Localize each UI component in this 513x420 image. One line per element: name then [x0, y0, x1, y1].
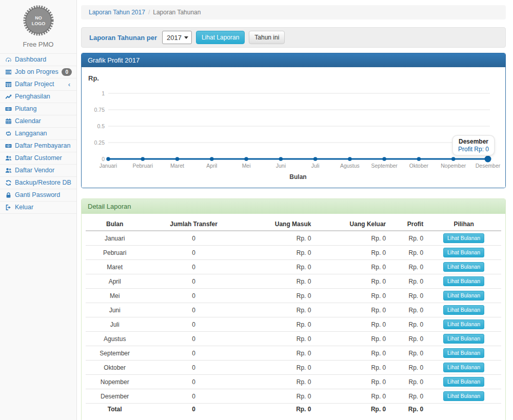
cell-uang-masuk: Rp. 0	[244, 274, 314, 289]
cell-jumlah-transfer: 0	[144, 260, 243, 274]
cell-uang-keluar: Rp. 0	[314, 274, 389, 289]
refresh-icon	[5, 179, 12, 187]
sidebar-item-piutang[interactable]: Piutang	[0, 103, 76, 115]
cell-uang-masuk: Rp. 0	[244, 332, 314, 346]
cell-pilihan: Lihat Bulanan	[426, 389, 501, 404]
lihat-bulanan-button[interactable]: Lihat Bulanan	[443, 319, 484, 329]
cell-uang-masuk: Rp. 0	[244, 289, 314, 303]
cell-uang-keluar: Rp. 0	[314, 289, 389, 303]
cell-jumlah-transfer: 0	[144, 246, 243, 260]
cell-uang-keluar: Rp. 0	[314, 332, 389, 346]
svg-text:April: April	[206, 163, 217, 169]
table-row: Mei0Rp. 0Rp. 0Rp. 0Lihat Bulanan	[86, 289, 501, 303]
sidebar-item-ganti-password[interactable]: Ganti Password	[0, 189, 76, 201]
lihat-bulanan-button[interactable]: Lihat Bulanan	[443, 276, 484, 286]
chart-body: Rp.00.250.50.751JanuariPebruariMaretApri…	[82, 67, 505, 188]
sidebar-item-dashboard[interactable]: Dashboard	[0, 54, 76, 66]
sidebar-item-daftar-pembayaran[interactable]: Daftar Pembayaran	[0, 140, 76, 152]
detail-panel-title: Detail Laporan	[82, 199, 505, 214]
svg-text:Bulan: Bulan	[289, 173, 306, 181]
sidebar-item-job-on-progress[interactable]: Job on Progress0	[0, 66, 76, 78]
sidebar-item-label: Dashboard	[15, 56, 72, 64]
cell-uang-keluar: Rp. 0	[314, 389, 389, 404]
lihat-bulanan-button[interactable]: Lihat Bulanan	[443, 363, 484, 372]
lihat-bulanan-button[interactable]: Lihat Bulanan	[443, 248, 484, 257]
lihat-bulanan-button[interactable]: Lihat Bulanan	[443, 233, 484, 243]
table-header-row: Bulan Jumlah Transfer Uang Masuk Uang Ke…	[86, 218, 501, 231]
cell-pilihan: Lihat Bulanan	[426, 346, 501, 361]
sidebar-item-keluar[interactable]: Keluar	[0, 202, 76, 213]
cell-uang-masuk: Rp. 0	[244, 303, 314, 317]
cell-pilihan: Lihat Bulanan	[426, 375, 501, 389]
cell-uang-keluar: Rp. 0	[314, 231, 389, 246]
total-cell-uang-masuk: Rp. 0	[244, 404, 314, 415]
cell-jumlah-transfer: 0	[144, 375, 243, 389]
cell-pilihan: Lihat Bulanan	[426, 289, 501, 303]
lihat-laporan-button[interactable]: Lihat Laporan	[196, 31, 245, 44]
tahun-ini-button[interactable]: Tahun ini	[249, 31, 285, 44]
cell-jumlah-transfer: 0	[144, 274, 243, 289]
cell-uang-masuk: Rp. 0	[244, 231, 314, 246]
year-select[interactable]: 2017	[162, 31, 192, 44]
sidebar-item-penghasilan[interactable]: Penghasilan	[0, 91, 76, 103]
sidebar-list-item: Calendar	[0, 115, 76, 128]
chart-tooltip: Desember Profit Rp: 0	[452, 135, 495, 156]
cell-jumlah-transfer: 0	[144, 361, 243, 375]
lihat-bulanan-button[interactable]: Lihat Bulanan	[443, 305, 484, 315]
cell-pilihan: Lihat Bulanan	[426, 332, 501, 346]
svg-text:Rp.: Rp.	[88, 74, 99, 82]
cell-jumlah-transfer: 0	[144, 289, 243, 303]
lihat-bulanan-button[interactable]: Lihat Bulanan	[443, 291, 484, 301]
cell-uang-keluar: Rp. 0	[314, 317, 389, 332]
tooltip-value: Profit Rp: 0	[458, 146, 489, 153]
profit-line-chart[interactable]: Rp.00.250.50.751JanuariPebruariMaretApri…	[86, 71, 501, 184]
sidebar-item-daftar-vendor[interactable]: Daftar Vendor	[0, 165, 76, 176]
job-count-badge: 0	[62, 68, 72, 76]
lihat-bulanan-button[interactable]: Lihat Bulanan	[443, 348, 484, 358]
svg-text:1: 1	[102, 90, 105, 96]
breadcrumb-link-laporan-tahun[interactable]: Laporan Tahun 2017	[89, 9, 145, 16]
cell-bulan: Maret	[86, 260, 144, 274]
sidebar-list-item: Job on Progress0	[0, 66, 76, 78]
cell-uang-masuk: Rp. 0	[244, 361, 314, 375]
cell-profit: Rp. 0	[389, 375, 426, 389]
cell-profit: Rp. 0	[389, 361, 426, 375]
lihat-bulanan-button[interactable]: Lihat Bulanan	[443, 334, 484, 344]
svg-text:0.75: 0.75	[94, 107, 105, 113]
lihat-bulanan-button[interactable]: Lihat Bulanan	[443, 391, 484, 401]
sidebar-item-calendar[interactable]: Calendar	[0, 115, 76, 127]
cell-pilihan: Lihat Bulanan	[426, 231, 501, 246]
sidebar-item-label: Daftar Customer	[15, 154, 72, 162]
sidebar-item-label: Langganan	[15, 130, 72, 137]
brand-name: Free PMO	[0, 41, 76, 48]
main-content: Laporan Tahun 2017/Laporan Tahunan Lapor…	[77, 0, 513, 420]
breadcrumb-separator: /	[148, 9, 150, 16]
sidebar-item-backup-restore-db[interactable]: Backup/Restore DB	[0, 177, 76, 189]
money-icon	[5, 143, 12, 150]
table-row: September0Rp. 0Rp. 0Rp. 0Lihat Bulanan	[86, 346, 501, 361]
svg-text:Mei: Mei	[242, 163, 251, 169]
col-uang-keluar: Uang Keluar	[314, 218, 389, 231]
sidebar-item-langganan[interactable]: Langganan	[0, 128, 76, 139]
cell-uang-masuk: Rp. 0	[244, 389, 314, 404]
sidebar-item-label: Backup/Restore DB	[15, 179, 72, 187]
sidebar-item-label: Job on Progress	[15, 68, 58, 76]
sidebar-item-label: Penghasilan	[15, 93, 72, 101]
retweet-icon	[5, 130, 12, 137]
sign-out-icon	[5, 204, 12, 211]
sidebar-list-item: Dashboard	[0, 54, 76, 66]
table-row: Juli0Rp. 0Rp. 0Rp. 0Lihat Bulanan	[86, 317, 501, 332]
profit-chart-panel: Grafik Profit 2017 Rp.00.250.50.751Janua…	[81, 53, 506, 188]
sidebar-item-daftar-project[interactable]: Daftar Project‹	[0, 78, 76, 90]
tooltip-month: Desember	[458, 138, 489, 145]
sidebar-item-daftar-customer[interactable]: Daftar Customer	[0, 152, 76, 164]
detail-body: Bulan Jumlah Transfer Uang Masuk Uang Ke…	[82, 214, 505, 420]
sidebar-item-label: Daftar Vendor	[15, 167, 72, 174]
table-row: Juni0Rp. 0Rp. 0Rp. 0Lihat Bulanan	[86, 303, 501, 317]
sidebar: NO LOGO Free PMO DashboardJob on Progres…	[0, 0, 77, 420]
lihat-bulanan-button[interactable]: Lihat Bulanan	[443, 377, 484, 387]
sidebar-item-label: Daftar Project	[15, 81, 65, 88]
total-cell-uang-keluar: Rp. 0	[314, 404, 389, 415]
year-filter-bar: Laporan Tahunan per 2017 Lihat Laporan T…	[81, 27, 506, 48]
lihat-bulanan-button[interactable]: Lihat Bulanan	[443, 262, 484, 272]
